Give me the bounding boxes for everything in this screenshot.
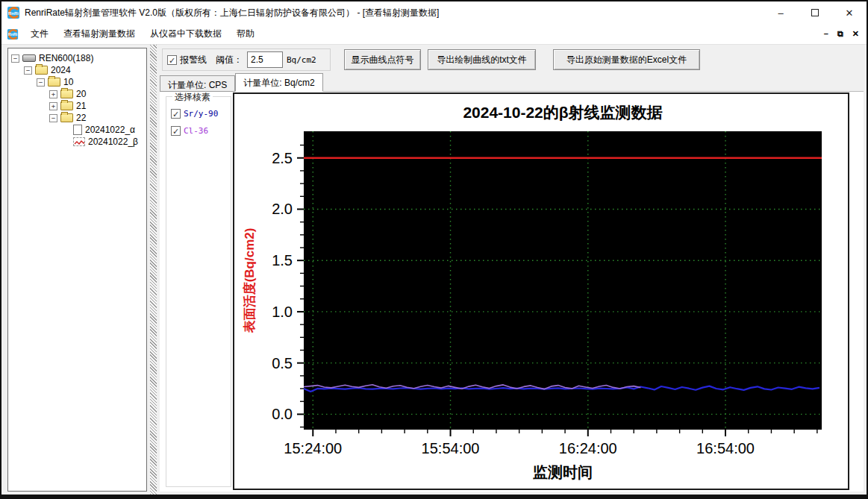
svg-text:2.5: 2.5 bbox=[272, 150, 293, 166]
export-txt-button[interactable]: 导出绘制曲线的txt文件 bbox=[428, 49, 536, 70]
svg-text:1.0: 1.0 bbox=[272, 304, 293, 320]
nuclide-row-cl36: ✓ Cl-36 bbox=[171, 126, 231, 136]
alarm-line-checkbox[interactable]: ✓ bbox=[167, 55, 177, 65]
tab-page-bqcm2: 选择核素 ✓ Sr/y-90 ✓ Cl-36 2024-10-22的β射线监测数… bbox=[160, 91, 864, 492]
collapse-icon[interactable]: − bbox=[49, 114, 57, 122]
tree-item-20241022-alpha[interactable]: 20241022_α bbox=[8, 124, 146, 136]
window-title: RenriRate辐射剂量管理软件 V2.0版（版权所有：上海仁日辐射防护设备有… bbox=[25, 7, 439, 19]
svg-text:15:54:00: 15:54:00 bbox=[422, 440, 480, 456]
svg-text:0.0: 0.0 bbox=[272, 406, 293, 422]
maximize-button[interactable] bbox=[798, 1, 832, 24]
tree-label: REN600(188) bbox=[39, 53, 93, 63]
nuclide-groupbox-title: 选择核素 bbox=[172, 91, 213, 104]
beta-monitor-chart: 2024-10-22的β射线监测数据0.00.51.01.52.02.515:2… bbox=[234, 94, 848, 489]
threshold-unit-label: Bq/cm2 bbox=[287, 55, 316, 65]
nuclide-cl36-label: Cl-36 bbox=[184, 126, 208, 136]
svg-text:表面活度(Bq/cm2): 表面活度(Bq/cm2) bbox=[242, 228, 257, 334]
tree-item-2024[interactable]: − 2024 bbox=[8, 64, 146, 76]
mdi-restore-button[interactable]: ⧉ bbox=[837, 30, 843, 38]
maximize-icon bbox=[811, 9, 819, 16]
curve-file-icon bbox=[73, 137, 85, 146]
nuclide-sr90-label: Sr/y-90 bbox=[184, 109, 218, 119]
tree-item-22[interactable]: − 22 bbox=[8, 112, 146, 124]
tree-item-20241022-beta[interactable]: 20241022_β bbox=[8, 136, 146, 148]
tree-label: 20241022_β bbox=[88, 136, 138, 147]
app-window: RnRi RenriRate辐射剂量管理软件 V2.0版（版权所有：上海仁日辐射… bbox=[0, 0, 868, 499]
tree-item-20[interactable]: + 20 bbox=[8, 88, 146, 100]
svg-text:2024-10-22的β射线监测数据: 2024-10-22的β射线监测数据 bbox=[463, 104, 662, 121]
folder-icon bbox=[35, 66, 48, 75]
nuclide-row-sr90: ✓ Sr/y-90 bbox=[171, 109, 231, 119]
menu-view-data[interactable]: 查看辐射测量数据 bbox=[56, 25, 143, 43]
show-curve-points-button[interactable]: 显示曲线点符号 bbox=[344, 49, 421, 70]
app-logo-icon: RnRi bbox=[7, 6, 20, 19]
folder-icon bbox=[48, 78, 60, 87]
client-area: − REN600(188) − 2024 − 10 + 20 + bbox=[1, 45, 867, 495]
folder-icon bbox=[60, 113, 73, 122]
window-controls: – ✕ bbox=[764, 1, 867, 24]
menu-help[interactable]: 帮助 bbox=[229, 25, 262, 43]
svg-text:2.0: 2.0 bbox=[272, 201, 293, 217]
folder-icon bbox=[60, 90, 73, 98]
tree-item-21[interactable]: + 21 bbox=[8, 100, 146, 112]
nuclide-cl36-checkbox[interactable]: ✓ bbox=[171, 126, 181, 136]
tree-label: 21 bbox=[76, 101, 86, 111]
tree-item-10[interactable]: − 10 bbox=[8, 76, 146, 88]
svg-text:1.5: 1.5 bbox=[272, 252, 293, 269]
chart-panel: 2024-10-22的β射线监测数据0.00.51.01.52.02.515:2… bbox=[233, 92, 849, 490]
alarm-line-panel: ✓ 报警线 阈值： Bq/cm2 bbox=[162, 48, 331, 71]
tree-label: 20241022_α bbox=[85, 125, 135, 135]
expand-icon[interactable]: + bbox=[49, 102, 57, 110]
folder-icon bbox=[60, 101, 73, 110]
export-excel-button[interactable]: 导出原始测量数据的Excel文件 bbox=[553, 49, 700, 70]
tree-label: 20 bbox=[76, 89, 86, 99]
collapse-icon[interactable]: − bbox=[11, 54, 19, 63]
close-button[interactable]: ✕ bbox=[832, 1, 867, 24]
device-icon bbox=[22, 54, 36, 62]
mdi-minimize-button[interactable]: – bbox=[824, 30, 828, 38]
svg-text:16:54:00: 16:54:00 bbox=[696, 440, 755, 456]
threshold-label: 阈值： bbox=[216, 54, 243, 66]
svg-text:监测时间: 监测时间 bbox=[533, 464, 593, 480]
mdi-child-icon: RnRi bbox=[7, 28, 19, 40]
tree-label: 2024 bbox=[51, 65, 71, 75]
menu-bar: RnRi 文件 查看辐射测量数据 从仪器中下载数据 帮助 – ⧉ ✕ bbox=[1, 24, 867, 45]
minimize-button[interactable]: – bbox=[764, 1, 798, 24]
measurement-tree: − REN600(188) − 2024 − 10 + 20 + bbox=[7, 48, 147, 492]
menu-download[interactable]: 从仪器中下载数据 bbox=[143, 25, 229, 43]
svg-text:16:24:00: 16:24:00 bbox=[559, 440, 617, 456]
tab-unit-cps[interactable]: 计量单位: CPS bbox=[160, 75, 235, 92]
svg-text:RnRi: RnRi bbox=[8, 32, 18, 37]
tab-unit-bqcm2[interactable]: 计量单位: Bq/cm2 bbox=[235, 73, 322, 92]
tree-item-ren600[interactable]: − REN600(188) bbox=[8, 52, 146, 64]
mdi-close-button[interactable]: ✕ bbox=[852, 30, 859, 38]
title-bar: RnRi RenriRate辐射剂量管理软件 V2.0版（版权所有：上海仁日辐射… bbox=[1, 1, 867, 24]
nuclide-sr90-checkbox[interactable]: ✓ bbox=[171, 109, 181, 119]
menu-file[interactable]: 文件 bbox=[23, 25, 56, 43]
tree-label: 10 bbox=[63, 77, 73, 87]
alarm-line-label: 报警线 bbox=[180, 54, 207, 66]
svg-text:0.5: 0.5 bbox=[272, 355, 293, 371]
collapse-icon[interactable]: − bbox=[24, 66, 32, 75]
mdi-window-controls: – ⧉ ✕ bbox=[824, 30, 867, 38]
nuclide-groupbox: 选择核素 ✓ Sr/y-90 ✓ Cl-36 bbox=[166, 96, 231, 487]
document-icon bbox=[73, 125, 82, 135]
unit-tabstrip: 计量单位: CPS 计量单位: Bq/cm2 bbox=[160, 73, 323, 92]
threshold-input[interactable] bbox=[247, 51, 283, 68]
expand-icon[interactable]: + bbox=[49, 90, 57, 98]
svg-text:15:24:00: 15:24:00 bbox=[284, 440, 342, 456]
svg-text:RnRi: RnRi bbox=[8, 11, 19, 16]
collapse-icon[interactable]: − bbox=[37, 78, 45, 87]
tree-label: 22 bbox=[76, 113, 86, 123]
panel-splitter[interactable] bbox=[150, 45, 157, 495]
